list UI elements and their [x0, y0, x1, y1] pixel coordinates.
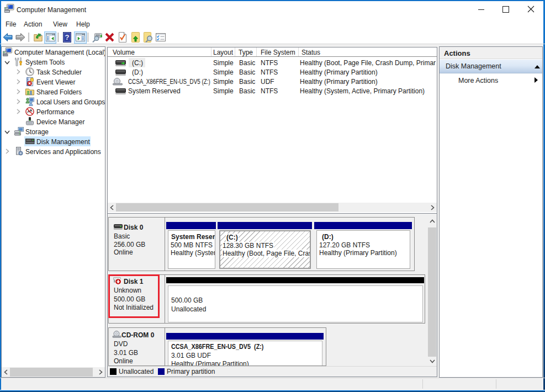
svg-text:?: ?: [65, 33, 70, 41]
